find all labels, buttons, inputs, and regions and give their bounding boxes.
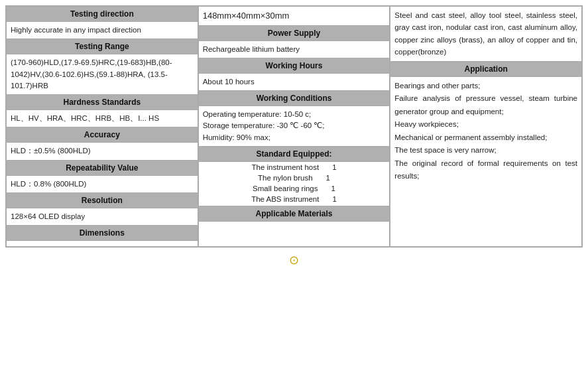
- app-item-6: The original record of formal requiremen…: [394, 157, 577, 183]
- working-conditions-content: Operating temperature: 10-50 c; Storage …: [199, 106, 390, 147]
- application-header: Application: [390, 62, 581, 77]
- testing-range-header: Testing Range: [7, 39, 198, 54]
- equipped-item-1-name: The instrument host: [251, 163, 319, 171]
- materials-text: Steel and cast steel, alloy tool steel, …: [390, 7, 581, 62]
- applicable-materials-content: [199, 222, 390, 246]
- dimensions-value: 148mm×40mm×30mm: [199, 7, 390, 26]
- equipped-item-2: The nylon brush 1: [199, 173, 390, 183]
- equipped-item-2-name: The nylon brush: [258, 174, 312, 182]
- dimensions-content: [7, 241, 198, 246]
- equipped-item-4-qty: 1: [332, 195, 336, 203]
- hardness-standards-content: HL、HV、HRA、HRC、HRB、HB、I... HS: [7, 110, 198, 127]
- working-hours-header: Working Hours: [199, 58, 390, 74]
- application-items: Bearings and other parts; Failure analys…: [390, 77, 581, 246]
- footer: ⊙: [5, 248, 583, 270]
- standard-equipped-items: The instrument host 1 The nylon brush 1 …: [199, 162, 390, 206]
- working-hours-content: About 10 hours: [199, 74, 390, 91]
- equipped-item-4-name: The ABS instrument: [251, 195, 319, 203]
- equipped-item-4: The ABS instrument 1: [199, 194, 390, 206]
- resolution-content: 128×64 OLED display: [7, 208, 198, 226]
- accuracy-header: Accuracy: [7, 127, 198, 143]
- app-item-3: Heavy workpieces;: [394, 118, 577, 131]
- equipped-item-1-qty: 1: [332, 163, 336, 171]
- repeatability-header: Repeatability Value: [7, 161, 198, 176]
- dimensions-header: Dimensions: [7, 226, 198, 241]
- equipped-item-3-name: Small bearing rings: [253, 184, 318, 192]
- app-item-4: Mechanical or permanent assembly install…: [394, 131, 577, 145]
- col1: Testing direction Highly accurate in any…: [6, 6, 198, 247]
- app-item-5: The test space is very narrow;: [394, 144, 577, 157]
- hardness-standards-header: Hardness Standards: [7, 95, 198, 110]
- main-table: Testing direction Highly accurate in any…: [5, 5, 583, 248]
- equipped-item-2-qty: 1: [326, 174, 330, 182]
- working-conditions-header: Working Conditions: [199, 91, 390, 106]
- power-supply-content: Rechargeable lithium battery: [199, 41, 390, 58]
- footer-icon: ⊙: [289, 254, 299, 267]
- app-item-1: Bearings and other parts;: [394, 80, 577, 93]
- accuracy-content: HLD：±0.5% (800HLD): [7, 143, 198, 160]
- applicable-materials-header: Applicable Materials: [199, 206, 390, 222]
- testing-direction-header: Testing direction: [7, 7, 198, 22]
- power-supply-header: Power Supply: [199, 26, 390, 41]
- standard-equipped-header: Standard Equipped:: [199, 147, 390, 162]
- app-item-2: Failure analysis of pressure vessel, ste…: [394, 92, 577, 118]
- equipped-item-3: Small bearing rings 1: [199, 183, 390, 194]
- repeatability-content: HLD：0.8% (800HLD): [7, 176, 198, 193]
- testing-range-content: (170-960)HLD,(17.9-69.5)HRC,(19-683)HB,(…: [7, 54, 198, 95]
- col3: Steel and cast steel, alloy tool steel, …: [390, 6, 582, 247]
- resolution-header: Resolution: [7, 193, 198, 208]
- testing-direction-content: Highly accurate in any impact direction: [7, 22, 198, 39]
- equipped-item-3-qty: 1: [331, 184, 335, 192]
- equipped-item-1: The instrument host 1: [199, 162, 390, 173]
- col2: 148mm×40mm×30mm Power Supply Rechargeabl…: [198, 6, 390, 247]
